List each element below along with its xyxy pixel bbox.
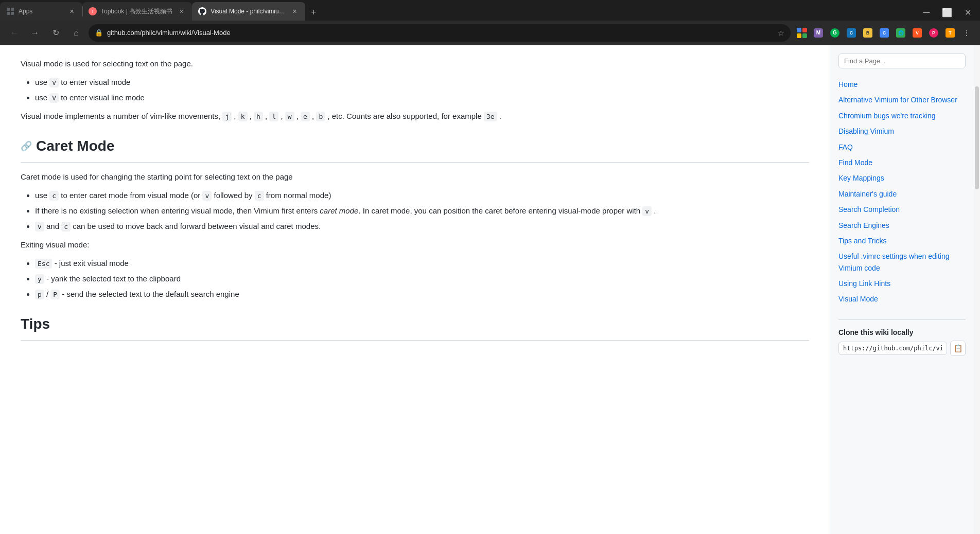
sidebar-nav-link-3[interactable]: Disabling Vimium: [838, 123, 966, 139]
tips-heading: Tips: [21, 313, 809, 341]
caret-bullet-1: use c to enter caret mode from visual mo…: [35, 189, 809, 202]
svg-rect-3: [11, 12, 14, 15]
visual-mode-bullets: use v to enter visual mode use V to ente…: [21, 76, 809, 104]
address-bar[interactable]: 🔒 ☆: [89, 24, 791, 42]
svg-rect-2: [7, 12, 10, 15]
caret-mode-heading: 🔗 Caret Mode: [21, 135, 809, 163]
new-tab-button[interactable]: +: [305, 4, 322, 21]
visual-mode-intro: Visual mode is used for selecting text o…: [21, 58, 809, 70]
sidebar-search-input[interactable]: [838, 54, 966, 68]
close-window-button[interactable]: ✕: [959, 4, 976, 21]
svg-rect-0: [7, 8, 10, 11]
ext-icon-1[interactable]: [795, 26, 809, 40]
svg-rect-1: [11, 8, 14, 11]
tab-vimium[interactable]: Visual Mode - philc/vimium Wi... ✕: [192, 2, 305, 21]
caret-intro: Caret mode is used for changing the star…: [21, 171, 809, 183]
exit-bullet-y: y - yank the selected text to the clipbo…: [35, 273, 809, 285]
clone-url-row: 📋: [838, 341, 966, 356]
clone-copy-button[interactable]: 📋: [950, 341, 966, 356]
sidebar-nav-link-9[interactable]: Search Engines: [838, 218, 966, 233]
minimize-button[interactable]: ─: [918, 4, 935, 21]
tab-close-apps[interactable]: ✕: [67, 7, 76, 16]
sidebar-nav: HomeAlternative Vimium for Other Browser…: [838, 77, 966, 307]
ext-icon-4[interactable]: C: [844, 26, 859, 40]
clone-section: Clone this wiki locally 📋: [838, 319, 966, 356]
sidebar-nav-link-6[interactable]: Key Mappings: [838, 170, 966, 186]
menu-button[interactable]: ⋮: [959, 26, 974, 40]
sidebar-nav-link-10[interactable]: Tips and Tricks: [838, 233, 966, 248]
tab-favicon-apps: [6, 7, 14, 15]
bookmark-icon[interactable]: ☆: [778, 29, 784, 37]
tab-favicon-topbook: T: [89, 7, 97, 15]
sidebar-nav-link-4[interactable]: FAQ: [838, 139, 966, 155]
sidebar-nav-link-8[interactable]: Search Completion: [838, 202, 966, 217]
anchor-icon[interactable]: 🔗: [21, 139, 32, 154]
sidebar-nav-link-0[interactable]: Home: [838, 77, 966, 92]
main-content-area: Visual mode is used for selecting text o…: [0, 45, 980, 534]
sidebar-nav-link-7[interactable]: Maintainer's guide: [838, 186, 966, 202]
address-input[interactable]: [107, 29, 774, 37]
bullet-V: use V to enter visual line mode: [35, 92, 809, 104]
sidebar-nav-link-12[interactable]: Using Link Hints: [838, 276, 966, 291]
reload-button[interactable]: ↻: [47, 25, 64, 41]
sidebar-nav-link-5[interactable]: Find Mode: [838, 155, 966, 170]
tab-topbook[interactable]: T Topbook | 高效生活视频书 ✕: [82, 2, 192, 21]
tab-title-apps: Apps: [19, 8, 63, 15]
sidebar-nav-link-2[interactable]: Chromium bugs we're tracking: [838, 108, 966, 123]
tab-close-topbook[interactable]: ✕: [177, 7, 186, 16]
tab-title-vimium: Visual Mode - philc/vimium Wi...: [211, 8, 286, 15]
forward-button[interactable]: →: [27, 25, 43, 41]
ext-icon-7[interactable]: 🌐: [894, 26, 908, 40]
tab-apps[interactable]: Apps ✕: [0, 2, 82, 21]
exit-bullet-p: p / P - send the selected text to the de…: [35, 288, 809, 300]
sidebar-nav-link-11[interactable]: Useful .vimrc settings when editing Vimi…: [838, 248, 966, 276]
ext-icon-6[interactable]: C: [877, 26, 891, 40]
scrollbar-thumb[interactable]: [975, 86, 979, 189]
nav-bar: ← → ↻ ⌂ 🔒 ☆ M G: [0, 21, 980, 45]
ext-icon-3[interactable]: G: [828, 26, 842, 40]
bullet-v: use v to enter visual mode: [35, 76, 809, 88]
exiting-label: Exiting visual mode:: [21, 239, 809, 251]
back-button[interactable]: ←: [6, 25, 23, 41]
exit-bullets: Esc - just exit visual mode y - yank the…: [21, 257, 809, 300]
scrollbar-track[interactable]: [974, 45, 980, 534]
wiki-sidebar: HomeAlternative Vimium for Other Browser…: [830, 45, 974, 534]
ext-icon-5[interactable]: B: [861, 26, 875, 40]
clone-url-input[interactable]: [838, 342, 947, 355]
sidebar-nav-link-1[interactable]: Alternative Vimium for Other Browser: [838, 92, 966, 108]
toolbar-extensions: M G C B C 🌐 V P T: [795, 26, 974, 40]
tab-title-topbook: Topbook | 高效生活视频书: [101, 7, 172, 16]
tabs-bar: Apps ✕ T Topbook | 高效生活视频书 ✕ Visual Mode…: [0, 0, 980, 21]
lock-icon: 🔒: [95, 29, 103, 37]
ext-icon-8[interactable]: V: [910, 26, 924, 40]
ext-icon-10[interactable]: T: [943, 26, 957, 40]
caret-bullet-3: v and c can be used to move back and for…: [35, 220, 809, 233]
tab-favicon-vimium: [198, 7, 206, 15]
page-content: Visual mode is used for selecting text o…: [0, 45, 830, 534]
caret-bullet-2: If there is no existing selection when e…: [35, 205, 809, 217]
caret-bullets: use c to enter caret mode from visual mo…: [21, 189, 809, 233]
sidebar-nav-link-13[interactable]: Visual Mode: [838, 291, 966, 307]
tab-close-vimium[interactable]: ✕: [290, 7, 299, 16]
implements-para: Visual mode implements a number of vim-l…: [21, 110, 809, 122]
ext-icon-2[interactable]: M: [811, 26, 826, 40]
ext-icon-9[interactable]: P: [926, 26, 941, 40]
exit-bullet-esc: Esc - just exit visual mode: [35, 257, 809, 270]
browser-frame: Apps ✕ T Topbook | 高效生活视频书 ✕ Visual Mode…: [0, 0, 980, 534]
clone-title: Clone this wiki locally: [838, 328, 966, 336]
home-button[interactable]: ⌂: [68, 25, 84, 41]
maximize-button[interactable]: ⬜: [939, 4, 955, 21]
